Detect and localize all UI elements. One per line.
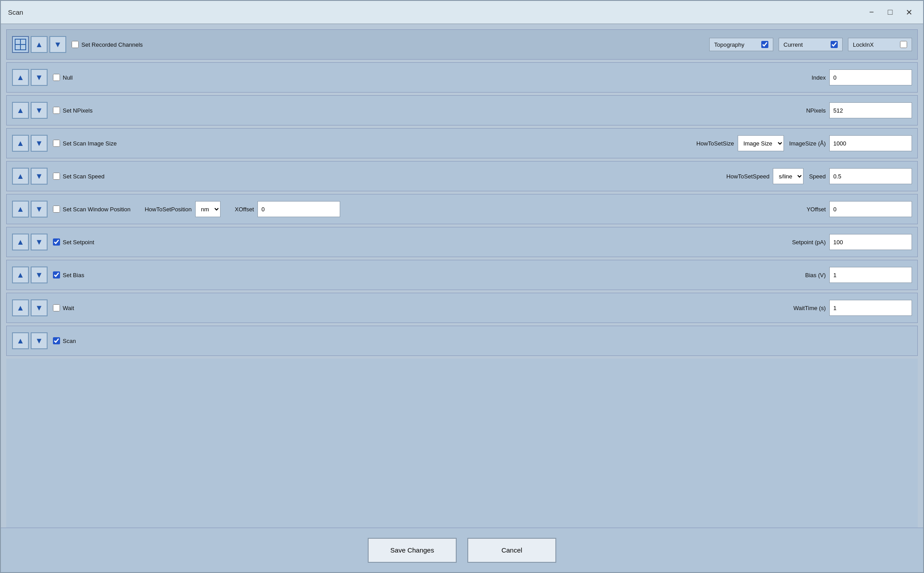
cancel-button[interactable]: Cancel <box>467 538 556 563</box>
set-scan-speed-label[interactable]: Set Scan Speed <box>53 173 104 180</box>
down-arrow-button-1[interactable] <box>31 69 48 86</box>
row-controls-0 <box>12 36 66 53</box>
up-arrow-button-7[interactable] <box>12 266 29 283</box>
set-setpoint-label[interactable]: Set Setpoint <box>53 238 94 246</box>
set-scan-speed-checkbox[interactable] <box>53 173 60 180</box>
index-input[interactable] <box>829 69 912 85</box>
row-set-setpoint: Set Setpoint Setpoint (pA) <box>6 227 918 257</box>
up-arrow-icon <box>16 139 24 148</box>
speed-field-group: Speed <box>809 168 912 184</box>
set-setpoint-checkbox[interactable] <box>53 238 60 246</box>
row-controls-7 <box>12 266 48 283</box>
image-size-field-group: ImageSize (Å) <box>789 135 912 151</box>
row-controls-4 <box>12 168 48 185</box>
close-button[interactable]: ✕ <box>902 5 916 20</box>
up-arrow-button-2[interactable] <box>12 102 29 119</box>
up-arrow-button-0[interactable] <box>31 36 48 53</box>
waittime-input[interactable] <box>829 300 912 316</box>
up-arrow-button-4[interactable] <box>12 168 29 185</box>
row-set-scan-window-position: Set Scan Window Position HowToSetPositio… <box>6 194 918 224</box>
down-arrow-icon <box>35 106 43 115</box>
content-area: Set Recorded Channels Topography Current… <box>1 24 923 528</box>
row-set-scan-speed: Set Scan Speed HowToSetSpeed s/line Hz S… <box>6 161 918 191</box>
topography-channel: Topography <box>709 38 773 51</box>
row-controls-6 <box>12 234 48 250</box>
set-npixels-checkbox[interactable] <box>53 107 60 114</box>
waittime-field-group: WaitTime (s) <box>793 300 912 316</box>
null-label[interactable]: Null <box>53 74 72 81</box>
up-arrow-icon <box>16 238 24 247</box>
down-arrow-button-5[interactable] <box>31 201 48 218</box>
how-to-set-position-select[interactable]: nm Å px <box>195 201 221 217</box>
image-size-input[interactable] <box>829 135 912 151</box>
npixels-input[interactable] <box>829 102 912 118</box>
xoffset-field-group: XOffset <box>235 201 340 217</box>
yoffset-input[interactable] <box>829 201 912 217</box>
down-arrow-button-0[interactable] <box>49 36 66 53</box>
row-controls-9 <box>12 332 48 349</box>
wait-label[interactable]: Wait <box>53 304 74 311</box>
yoffset-field-group: YOffset <box>807 201 912 217</box>
null-field-group: Index <box>812 69 912 85</box>
how-to-set-size-select[interactable]: Image Size X/Y Size <box>738 135 784 151</box>
wait-checkbox[interactable] <box>53 304 60 311</box>
down-arrow-button-2[interactable] <box>31 102 48 119</box>
row-controls-5 <box>12 201 48 218</box>
setpoint-input[interactable] <box>829 234 912 250</box>
scan-label[interactable]: Scan <box>53 337 76 344</box>
up-arrow-button-8[interactable] <box>12 299 29 316</box>
down-arrow-button-4[interactable] <box>31 168 48 185</box>
down-arrow-icon <box>35 205 43 214</box>
down-arrow-button-3[interactable] <box>31 135 48 152</box>
bias-input[interactable] <box>829 267 912 283</box>
row-set-npixels: Set NPixels NPixels <box>6 95 918 125</box>
speed-input[interactable] <box>829 168 912 184</box>
minimize-button[interactable]: − <box>864 5 879 20</box>
up-arrow-button-5[interactable] <box>12 201 29 218</box>
set-scan-image-size-label[interactable]: Set Scan Image Size <box>53 140 117 147</box>
xoffset-input[interactable] <box>257 201 340 217</box>
topography-checkbox[interactable] <box>761 41 768 48</box>
row-null: Null Index <box>6 62 918 93</box>
set-scan-window-position-label[interactable]: Set Scan Window Position <box>53 206 130 213</box>
down-arrow-button-8[interactable] <box>31 299 48 316</box>
set-npixels-label[interactable]: Set NPixels <box>53 107 92 114</box>
save-changes-button[interactable]: Save Changes <box>368 538 457 563</box>
row-scan: Scan <box>6 326 918 356</box>
set-bias-checkbox[interactable] <box>53 271 60 278</box>
up-arrow-button-9[interactable] <box>12 332 29 349</box>
set-recorded-channels-checkbox[interactable] <box>72 41 79 48</box>
up-arrow-icon <box>35 40 43 49</box>
row-controls-8 <box>12 299 48 316</box>
down-arrow-icon <box>35 336 43 346</box>
up-arrow-button-6[interactable] <box>12 234 29 250</box>
null-checkbox[interactable] <box>53 74 60 81</box>
window-controls: − □ ✕ <box>864 5 916 20</box>
scan-checkbox[interactable] <box>53 337 60 344</box>
row-set-recorded-channels: Set Recorded Channels Topography Current… <box>6 29 918 60</box>
empty-area <box>6 359 918 528</box>
row-set-bias: Set Bias Bias (V) <box>6 260 918 290</box>
down-arrow-button-7[interactable] <box>31 266 48 283</box>
current-channel: Current <box>779 38 843 51</box>
set-bias-label[interactable]: Set Bias <box>53 271 84 278</box>
down-arrow-button-6[interactable] <box>31 234 48 250</box>
up-arrow-button-3[interactable] <box>12 135 29 152</box>
up-arrow-icon <box>16 336 24 346</box>
how-to-set-speed-select[interactable]: s/line Hz <box>773 168 803 184</box>
set-scan-window-position-checkbox[interactable] <box>53 206 60 213</box>
lockinx-checkbox[interactable] <box>900 41 907 48</box>
maximize-button[interactable]: □ <box>883 5 897 20</box>
down-arrow-button-9[interactable] <box>31 332 48 349</box>
down-arrow-icon <box>35 303 43 313</box>
current-checkbox[interactable] <box>831 41 838 48</box>
main-window: Scan − □ ✕ <box>0 0 924 573</box>
bias-field-group: Bias (V) <box>805 267 912 283</box>
set-recorded-channels-label[interactable]: Set Recorded Channels <box>72 41 143 48</box>
down-arrow-icon <box>35 238 43 247</box>
up-arrow-button-1[interactable] <box>12 69 29 86</box>
lockinx-channel: LockInX <box>848 38 912 51</box>
window-title: Scan <box>8 8 23 16</box>
up-arrow-icon <box>16 106 24 115</box>
set-scan-image-size-checkbox[interactable] <box>53 140 60 147</box>
